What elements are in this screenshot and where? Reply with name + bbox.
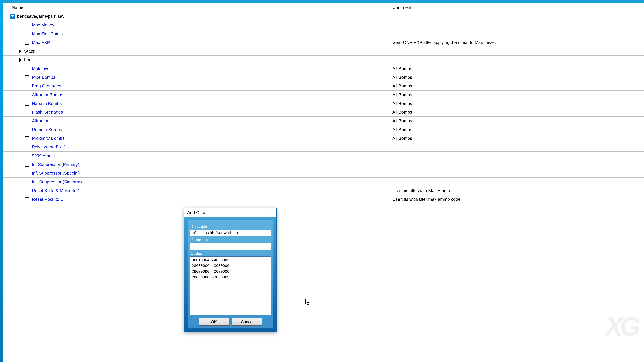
table-row[interactable]: Inf. Suppressor (Special) xyxy=(3,169,644,178)
table-row[interactable]: Inf Suppressor (Primary) xyxy=(3,160,644,169)
ok-button[interactable]: OK xyxy=(199,318,229,326)
tree-group-row[interactable]: Loot: xyxy=(3,56,644,64)
cheat-comment: All Bombs xyxy=(390,73,644,82)
cheat-name-link[interactable]: Polystyrene Fix 2 xyxy=(32,144,65,150)
cheat-name-link[interactable]: Reset Knife & Melee to 1 xyxy=(32,188,80,193)
cheat-name-link[interactable]: Reset Rock to 1 xyxy=(32,197,63,202)
cheat-comment xyxy=(390,160,644,169)
cheat-comment xyxy=(390,47,644,55)
cheat-checkbox[interactable] xyxy=(25,180,29,184)
cheat-checkbox[interactable] xyxy=(25,93,29,97)
cheat-checkbox[interactable] xyxy=(25,84,29,88)
cheat-name-link[interactable]: Inf Suppressor (Primary) xyxy=(32,162,79,167)
column-header-name[interactable]: Name xyxy=(3,3,390,12)
cheat-checkbox[interactable] xyxy=(25,163,29,167)
cheat-comment xyxy=(390,56,644,64)
cheat-checkbox[interactable] xyxy=(25,75,29,79)
cheat-checkbox[interactable] xyxy=(25,136,29,140)
cheat-name-link[interactable]: Attractor xyxy=(32,118,48,123)
table-row[interactable]: Max Money xyxy=(3,21,644,29)
cheat-name-link[interactable]: Remote Bombs xyxy=(32,127,62,132)
main-window: Name Comment bendsavegame\ps4\.sav Max M… xyxy=(3,0,644,362)
description-label: Description xyxy=(190,224,270,229)
description-input[interactable] xyxy=(190,230,271,236)
cheat-name-link[interactable]: Max Skill Points xyxy=(32,31,63,36)
cheat-comment: All Bombs xyxy=(390,90,644,99)
cheat-name-link[interactable]: Inf. Suppressor (Sidearm) xyxy=(32,179,82,185)
cheat-comment: All Bombs xyxy=(390,117,644,125)
cheat-name-link[interactable]: Attractor Bombs xyxy=(32,92,63,97)
cheat-name-link[interactable]: Pipe Bombs xyxy=(32,75,55,80)
table-header-row: Name Comment xyxy=(3,3,644,12)
close-icon[interactable]: ✕ xyxy=(267,208,276,217)
cheat-checkbox[interactable] xyxy=(25,145,29,149)
cheat-checkbox[interactable] xyxy=(25,32,29,36)
cheat-checkbox[interactable] xyxy=(25,128,29,132)
table-row[interactable]: Pipe BombsAll Bombs xyxy=(3,73,644,82)
cheat-comment xyxy=(390,143,644,151)
table-row[interactable]: Max EXPGain ONE EXP after applying the c… xyxy=(3,38,644,47)
cheat-checkbox[interactable] xyxy=(25,119,29,123)
table-row[interactable]: Attractor BombsAll Bombs xyxy=(3,90,644,99)
codes-textarea[interactable] xyxy=(190,256,271,315)
cheat-comment: Use this with/after max ammo code xyxy=(390,195,644,204)
cheat-table: Name Comment bendsavegame\ps4\.sav Max M… xyxy=(3,3,644,362)
cheat-comment xyxy=(390,29,644,38)
cheat-comment: Use this after/with Max Ammo xyxy=(390,186,644,195)
cheat-comment: All Bombs xyxy=(390,64,644,73)
codes-label: Codes xyxy=(190,251,270,256)
cheat-checkbox[interactable] xyxy=(25,154,29,158)
cheat-name-link[interactable]: Inf. Suppressor (Special) xyxy=(32,171,80,176)
cheat-name-link[interactable]: Molotovs xyxy=(32,66,49,71)
table-row[interactable]: AttractorAll Bombs xyxy=(3,117,644,125)
comment-input[interactable] xyxy=(190,243,271,250)
table-row[interactable]: Frag GrenadesAll Bombs xyxy=(3,82,644,90)
cheat-comment: All Bombs xyxy=(390,134,644,143)
cheat-checkbox[interactable] xyxy=(25,110,29,114)
cheat-comment xyxy=(390,169,644,177)
expand-collapse-icon[interactable] xyxy=(10,14,15,19)
dialog-body: Description Comment Codes OK Cancel xyxy=(184,217,276,331)
table-row[interactable]: Remote BombsAll Bombs xyxy=(3,125,644,134)
cheat-checkbox[interactable] xyxy=(25,171,29,175)
tree-root-row[interactable]: bendsavegame\ps4\.sav xyxy=(3,12,644,21)
root-label: bendsavegame\ps4\.sav xyxy=(17,14,64,19)
cheat-name-link[interactable]: Max EXP xyxy=(32,40,50,45)
table-row[interactable]: Proximity BombsAll Bombs xyxy=(3,134,644,143)
comment-label: Comment xyxy=(190,238,270,242)
cancel-button[interactable]: Cancel xyxy=(232,318,262,326)
cheat-checkbox[interactable] xyxy=(25,23,29,27)
group-label: Stats: xyxy=(24,49,35,54)
table-row[interactable]: Max Skill Points xyxy=(3,29,644,38)
cheat-name-link[interactable]: Napalm Bombs xyxy=(32,101,62,106)
cheat-comment xyxy=(390,151,644,160)
table-row[interactable]: Reset Knife & Melee to 1Use this after/w… xyxy=(3,186,644,195)
table-row[interactable]: Reset Rock to 1Use this with/after max a… xyxy=(3,195,644,204)
cheat-name-link[interactable]: Flash Grenades xyxy=(32,110,63,115)
cheat-name-link[interactable]: Frag Grenades xyxy=(32,83,61,89)
cheat-checkbox[interactable] xyxy=(25,40,29,44)
cheat-comment: Gain ONE EXP after applying the cheat to… xyxy=(390,38,644,47)
table-row[interactable]: Napalm BombsAll Bombs xyxy=(3,99,644,108)
cheat-comment: All Bombs xyxy=(390,82,644,90)
table-row[interactable]: Flash GrenadesAll Bombs xyxy=(3,108,644,117)
cheat-name-link[interactable]: Max Money xyxy=(32,22,54,28)
cheat-comment: All Bombs xyxy=(390,108,644,116)
group-label: Loot: xyxy=(24,57,34,62)
cheat-name-link[interactable]: Proximity Bombs xyxy=(32,136,64,141)
expand-icon[interactable] xyxy=(20,50,22,53)
cheat-comment xyxy=(390,21,644,29)
dialog-titlebar[interactable]: Add Cheat ✕ xyxy=(184,208,276,217)
table-row[interactable]: Inf. Suppressor (Sidearm) xyxy=(3,178,644,186)
expand-icon[interactable] xyxy=(20,58,22,62)
table-row[interactable]: Polystyrene Fix 2 xyxy=(3,143,644,151)
table-row[interactable]: MolotovsAll Bombs xyxy=(3,64,644,73)
cheat-name-link[interactable]: 9999 Ammo xyxy=(32,153,55,158)
cheat-checkbox[interactable] xyxy=(25,67,29,71)
cheat-checkbox[interactable] xyxy=(25,189,29,193)
tree-group-row[interactable]: Stats: xyxy=(3,47,644,56)
cheat-checkbox[interactable] xyxy=(25,102,29,106)
cheat-checkbox[interactable] xyxy=(25,197,29,201)
table-row[interactable]: 9999 Ammo xyxy=(3,151,644,160)
column-header-comment[interactable]: Comment xyxy=(390,3,644,12)
